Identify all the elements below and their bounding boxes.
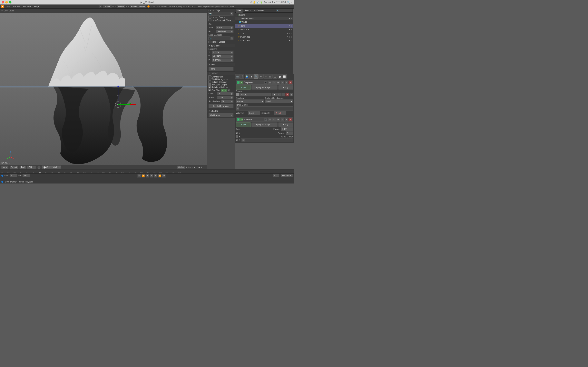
displace-toggle[interactable]: ▼	[237, 81, 240, 84]
smooth-cage-icon[interactable]: ◈	[276, 118, 280, 121]
shading-section-header[interactable]: ▼ Shading —	[207, 109, 235, 113]
cursor-x-field[interactable]: 5.04262 ⬤	[212, 50, 233, 54]
menu-help[interactable]: Help	[33, 4, 40, 8]
smooth-edit-icon[interactable]: ✎	[272, 118, 276, 121]
displace-cage-icon[interactable]: ◈	[276, 81, 280, 84]
x-checkbox[interactable]: ✓	[236, 132, 238, 134]
select-menu[interactable]: Select	[10, 166, 18, 169]
display-section-header[interactable]: ▼ Display —	[207, 72, 235, 75]
object-menu[interactable]: Object	[27, 166, 36, 169]
y-checkbox[interactable]: ✓	[236, 135, 238, 138]
displace-up-icon[interactable]: ▲	[280, 81, 284, 84]
outliner-renderlayers-row[interactable]: 🎥 RenderLayers 👁 ⊞	[235, 17, 293, 20]
midlevel-field[interactable]: 0.500	[248, 111, 260, 115]
play-btn[interactable]: ▶	[150, 174, 153, 178]
texture-num-field[interactable]: 3	[272, 93, 277, 96]
outliner-plane-row[interactable]: ▽ Plane 👁 ⊞	[235, 24, 293, 28]
view-menu[interactable]: View	[1, 166, 9, 169]
material-props-icon[interactable]: ⬤	[277, 74, 282, 79]
viewport-3d[interactable]: Z X Y	[0, 13, 207, 165]
object-mode-dropdown[interactable]: ⬤ Object Mode ▾	[42, 165, 61, 169]
plane-eye[interactable]: 👁	[289, 25, 290, 27]
rel-lines-checkbox[interactable]: ✓	[208, 86, 211, 89]
renderlayers-eye[interactable]: 👁	[289, 18, 290, 20]
all-origins-checkbox[interactable]: ✓	[208, 83, 211, 86]
item-minus[interactable]: —	[232, 64, 233, 66]
texture-browse-btn[interactable]: ⊞	[290, 93, 293, 96]
menu-render[interactable]: Render	[12, 4, 22, 8]
displace-render-icon[interactable]: 📷	[264, 81, 268, 84]
toggle-quad-btn[interactable]: Toggle Quad View	[208, 104, 233, 108]
status-frame[interactable]: Frame	[18, 181, 24, 183]
displace-copy-btn[interactable]: Copy	[278, 85, 293, 90]
displace-close-btn[interactable]: ✕	[288, 81, 292, 84]
physics-props-icon[interactable]: ⚙	[263, 74, 268, 79]
texture-name-field[interactable]: Texture	[239, 93, 272, 96]
displace-down-icon[interactable]: ▼	[285, 81, 288, 84]
subdiv-field[interactable]: 10 ⬤	[221, 100, 233, 103]
outliner-scene-row[interactable]: ▶ ◆ Scene	[235, 13, 293, 17]
displace-apply-shape-btn[interactable]: Apply as Shape ...	[251, 85, 278, 90]
lock-cursor-checkbox[interactable]	[208, 16, 211, 18]
menu-icon[interactable]: ≡	[291, 1, 292, 3]
displace-view-icon[interactable]: 👁	[268, 81, 272, 84]
tex-coords-dropdown[interactable]: Local ▾	[265, 99, 293, 103]
jump-prev-btn[interactable]: ◀	[146, 174, 149, 178]
status-view[interactable]: View	[5, 181, 9, 183]
grid-y-btn[interactable]: Y	[224, 89, 227, 92]
smooth-apply-btn[interactable]: Apply	[236, 122, 251, 127]
cursor-minus[interactable]: —	[232, 45, 233, 47]
modifier-props-icon[interactable]: 🔧	[254, 74, 259, 79]
smooth-up-icon[interactable]: ▲	[280, 118, 284, 121]
outliner-plane001-row[interactable]: ▽ Plane.001 👁 ⊞	[235, 28, 293, 31]
shading-dropdown[interactable]: Multitexture ▾	[208, 113, 233, 117]
cursor-y-field[interactable]: -1.25456 ⬤	[212, 54, 233, 58]
zoom-dot[interactable]	[9, 1, 11, 3]
jump-next-btn[interactable]: ▶	[154, 174, 157, 178]
object-props-icon[interactable]: ◉	[249, 74, 254, 79]
vgroup-field[interactable]: ⊞	[236, 106, 293, 110]
only-render-checkbox[interactable]	[208, 75, 211, 78]
jump-end-btn[interactable]: ⏭	[162, 174, 165, 178]
menu-window[interactable]: Window	[22, 4, 33, 8]
lock-object-field[interactable]: 📷	[208, 12, 230, 16]
church-eye[interactable]: 👁	[287, 33, 288, 34]
outline-selected-checkbox[interactable]	[208, 81, 211, 83]
item-section-header[interactable]: ▼ Item —	[207, 63, 235, 66]
lines-field[interactable]: 16 ⬤	[217, 92, 233, 95]
outliner-search[interactable]: 🔍	[276, 9, 292, 12]
start-frame-field[interactable]: 1	[10, 174, 17, 177]
texture-f-btn[interactable]: F	[277, 93, 281, 96]
outliner-tab-view[interactable]: View	[236, 8, 242, 13]
window-controls[interactable]	[2, 1, 11, 3]
outliner-church-row[interactable]: ▽ church 👁 ⊞ ⊟	[235, 31, 293, 35]
displace-edit-icon[interactable]: ✎	[272, 81, 276, 84]
render-border-checkbox[interactable]	[208, 41, 211, 43]
status-marker[interactable]: Marker	[10, 181, 17, 183]
search-icon[interactable]: 🔍	[287, 1, 290, 4]
world-props-icon[interactable]: 🌍	[245, 74, 249, 79]
grid-floor-checkbox[interactable]: ✓	[208, 89, 211, 91]
data-props-icon[interactable]: △	[273, 74, 277, 79]
plane001-eye[interactable]: 👁	[289, 29, 290, 31]
current-frame-field[interactable]: 32	[273, 174, 279, 177]
item-name-field[interactable]: Plane	[208, 67, 233, 71]
display-minus[interactable]: —	[232, 72, 233, 74]
outliner-tab-all-scenes[interactable]: All Scenes	[253, 8, 265, 13]
cursor-section-header[interactable]: ▼ 3D Cursor —	[207, 44, 235, 47]
texture-plus-btn[interactable]: +	[281, 93, 285, 96]
smooth-render-icon[interactable]: 📷	[264, 118, 268, 121]
outliner-world-row[interactable]: 🌍 World	[235, 20, 293, 24]
displace-apply-btn[interactable]: Apply	[236, 85, 251, 90]
close-dot[interactable]	[2, 1, 4, 3]
grid-x-btn[interactable]: X	[221, 89, 224, 92]
factor-field[interactable]: 2.000	[281, 127, 293, 131]
end-frame-field[interactable]: 250	[22, 174, 30, 177]
jump-start-btn[interactable]: ⏮	[138, 174, 141, 178]
local-camera-field[interactable]: 📷	[208, 36, 230, 40]
shading-minus[interactable]: —	[232, 110, 233, 112]
z-checkbox[interactable]: ✓	[236, 139, 238, 141]
cursor-z-field[interactable]: 0.15563 ⬤	[212, 58, 233, 62]
smooth-down-icon[interactable]: ▼	[285, 118, 288, 121]
texture-x-btn[interactable]: ✕	[285, 93, 289, 96]
